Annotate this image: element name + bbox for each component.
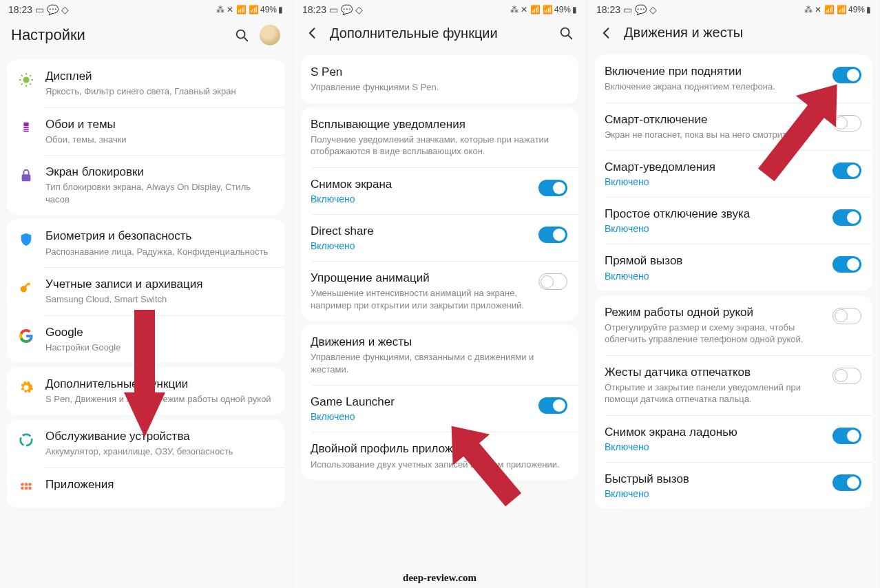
- settings-row[interactable]: Движения и жестыУправление функциями, св…: [301, 325, 578, 385]
- settings-row[interactable]: Прямой вызовВключено: [595, 244, 872, 291]
- toggle-switch[interactable]: [832, 308, 861, 324]
- header: Дополнительные функции: [294, 18, 585, 51]
- status-right-icons: ⁂ ✕ 📶 📶: [510, 5, 553, 14]
- toggle-switch[interactable]: [832, 256, 861, 273]
- toggle-switch[interactable]: [832, 67, 861, 83]
- settings-row[interactable]: Двойной профиль приложенийИспользование …: [301, 432, 578, 480]
- display-icon: [17, 70, 36, 90]
- settings-row[interactable]: Биометрия и безопасностьРаспознавание ли…: [7, 219, 284, 267]
- settings-row[interactable]: GoogleНастройки Google: [7, 315, 284, 364]
- settings-row[interactable]: Экран блокировкиТип блокировки экрана, A…: [7, 155, 284, 215]
- settings-row[interactable]: Упрощение анимацийУменьшение интенсивнос…: [301, 261, 578, 321]
- settings-card: Движения и жестыУправление функциями, св…: [301, 325, 578, 480]
- row-title: Снимок экрана ладонью: [605, 425, 823, 440]
- row-body: Жесты датчика отпечатковОткрытие и закры…: [605, 365, 823, 406]
- settings-row[interactable]: Смарт-уведомленияВключено: [595, 150, 872, 197]
- battery-icon: ▮: [278, 5, 283, 14]
- row-body: Быстрый вызовВключено: [605, 472, 823, 499]
- search-button[interactable]: [558, 25, 574, 41]
- row-description: Открытие и закрытие панели уведомлений п…: [605, 381, 823, 406]
- settings-row[interactable]: Смарт-отключениеЭкран не погаснет, пока …: [595, 103, 872, 151]
- toggle-switch[interactable]: [832, 162, 861, 179]
- row-description: Экран не погаснет, пока вы на него смотр…: [605, 129, 823, 141]
- toggle-switch[interactable]: [538, 397, 567, 414]
- back-button[interactable]: [599, 25, 614, 41]
- row-description: Аккумулятор, хранилище, ОЗУ, безопасност…: [45, 445, 273, 458]
- header: Движения и жесты: [588, 18, 879, 50]
- settings-list: Включение при поднятииВключение экрана п…: [588, 50, 879, 513]
- row-body: Учетные записи и архивацияSamsung Cloud,…: [45, 277, 273, 306]
- toggle-switch[interactable]: [832, 209, 861, 226]
- watermark: deep-review.com: [403, 572, 476, 584]
- settings-row[interactable]: Обои и темыОбои, темы, значки: [7, 107, 284, 156]
- search-button[interactable]: [233, 27, 250, 43]
- avatar[interactable]: [260, 25, 280, 45]
- settings-card: ДисплейЯркость, Фильтр синего света, Гла…: [7, 59, 284, 215]
- row-body: Двойной профиль приложенийИспользование …: [311, 441, 567, 470]
- settings-card: Всплывающие уведомленияПолучение уведомл…: [301, 107, 578, 322]
- settings-card: Режим работы одной рукойОтрегулируйте ра…: [595, 295, 872, 510]
- toggle-switch[interactable]: [538, 180, 567, 196]
- toggle-switch[interactable]: [538, 273, 567, 290]
- toggle-switch[interactable]: [832, 368, 861, 384]
- back-button[interactable]: [305, 25, 320, 41]
- settings-row[interactable]: Жесты датчика отпечатковОткрытие и закры…: [595, 355, 872, 415]
- care-icon: [17, 430, 36, 450]
- status-bar: 18:23 ▭ 💬 ◇ ⁂ ✕ 📶 📶 49% ▮: [0, 0, 291, 18]
- phone-advanced: 18:23 ▭ 💬 ◇ ⁂ ✕ 📶 📶 49% ▮ Дополнительные…: [294, 0, 585, 588]
- status-notif-icons: ▭ 💬 ◇: [329, 4, 363, 15]
- row-title: Game Launcher: [311, 395, 529, 410]
- row-title: Смарт-уведомления: [605, 160, 823, 175]
- toggle-switch[interactable]: [832, 115, 861, 132]
- row-status: Включено: [311, 411, 529, 422]
- phone-settings: 18:23 ▭ 💬 ◇ ⁂ ✕ 📶 📶 49% ▮ Настройки Дисп…: [0, 0, 291, 588]
- settings-card: Включение при поднятииВключение экрана п…: [595, 54, 872, 291]
- settings-list: S PenУправление функциями S Pen.Всплываю…: [294, 51, 585, 484]
- settings-row[interactable]: Снимок экранаВключено: [301, 167, 578, 214]
- row-body: Движения и жестыУправление функциями, св…: [311, 335, 567, 375]
- settings-row[interactable]: Дополнительные функцииS Pen, Движения и …: [7, 367, 284, 415]
- row-body: Дополнительные функцииS Pen, Движения и …: [45, 377, 273, 406]
- toggle-switch[interactable]: [538, 227, 567, 243]
- lock-icon: [17, 166, 36, 185]
- phone-motions: 18:23 ▭ 💬 ◇ ⁂ ✕ 📶 📶 49% ▮ Движения и жес…: [588, 0, 879, 588]
- settings-row[interactable]: Быстрый вызовВключено: [595, 462, 872, 509]
- battery-icon: ▮: [866, 5, 871, 14]
- key-icon: [17, 278, 36, 297]
- settings-row[interactable]: Всплывающие уведомленияПолучение уведомл…: [301, 107, 578, 167]
- settings-row[interactable]: Простое отключение звукаВключено: [595, 197, 872, 244]
- settings-row[interactable]: Приложения: [7, 468, 284, 507]
- page-title: Движения и жесты: [624, 25, 868, 41]
- row-body: Смарт-отключениеЭкран не погаснет, пока …: [605, 112, 823, 141]
- settings-row[interactable]: S PenУправление функциями S Pen.: [301, 55, 578, 103]
- settings-row[interactable]: Direct shareВключено: [301, 214, 578, 261]
- row-title: Упрощение анимаций: [311, 271, 529, 286]
- toggle-switch[interactable]: [832, 428, 861, 444]
- settings-row[interactable]: Режим работы одной рукойОтрегулируйте ра…: [595, 295, 872, 355]
- settings-card: S PenУправление функциями S Pen.: [301, 55, 578, 103]
- status-battery: 49%: [554, 5, 571, 14]
- row-body: Экран блокировкиТип блокировки экрана, A…: [45, 165, 273, 205]
- row-body: ДисплейЯркость, Фильтр синего света, Гла…: [45, 69, 273, 98]
- settings-row[interactable]: Снимок экрана ладоньюВключено: [595, 415, 872, 462]
- settings-row[interactable]: ДисплейЯркость, Фильтр синего света, Гла…: [7, 59, 284, 107]
- row-description: Получение уведомлений значками, которые …: [311, 134, 567, 158]
- toggle-switch[interactable]: [832, 474, 861, 491]
- settings-row[interactable]: Game LauncherВключено: [301, 385, 578, 432]
- row-body: Прямой вызовВключено: [605, 253, 823, 281]
- row-description: Уменьшение интенсивности анимаций на экр…: [311, 287, 529, 311]
- row-title: Обслуживание устройства: [45, 429, 273, 444]
- row-status: Включено: [311, 240, 529, 251]
- row-title: Быстрый вызов: [605, 472, 823, 487]
- row-description: Тип блокировки экрана, Always On Display…: [45, 181, 273, 205]
- row-title: Экран блокировки: [45, 165, 273, 180]
- settings-card: Биометрия и безопасностьРаспознавание ли…: [7, 219, 284, 363]
- row-body: Режим работы одной рукойОтрегулируйте ра…: [605, 305, 823, 346]
- settings-row[interactable]: Включение при поднятииВключение экрана п…: [595, 54, 872, 103]
- settings-list: ДисплейЯркость, Фильтр синего света, Гла…: [0, 55, 291, 512]
- row-title: Смарт-отключение: [605, 112, 823, 127]
- settings-row[interactable]: Учетные записи и архивацияSamsung Cloud,…: [7, 267, 284, 315]
- status-bar: 18:23 ▭ 💬 ◇ ⁂ ✕ 📶 📶 49% ▮: [294, 0, 585, 18]
- row-body: Биометрия и безопасностьРаспознавание ли…: [45, 229, 273, 258]
- settings-row[interactable]: Обслуживание устройстваАккумулятор, хран…: [7, 419, 284, 468]
